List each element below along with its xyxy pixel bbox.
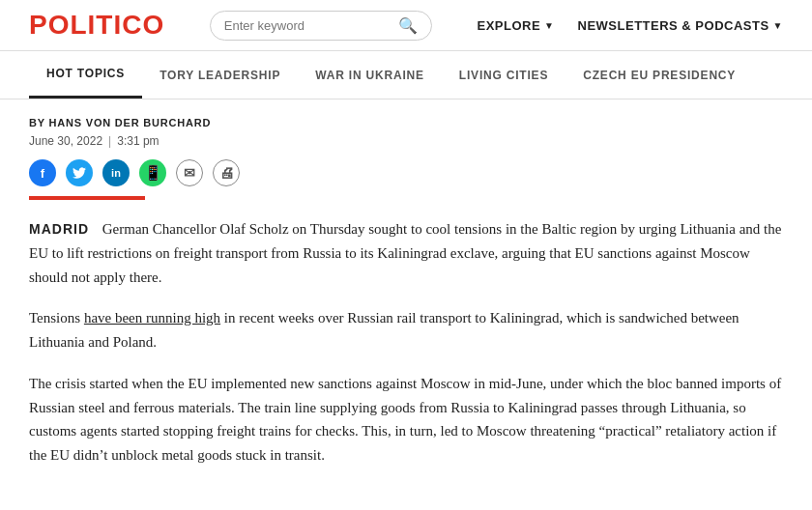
page-header: POLITICO 🔍 EXPLORE ▼ NEWSLETTERS & PODCA… — [0, 0, 812, 51]
topic-war-in-ukraine[interactable]: WAR IN UKRAINE — [298, 53, 442, 98]
paragraph-2-prefix: Tensions — [29, 310, 84, 326]
search-button[interactable]: 🔍 — [398, 16, 418, 35]
search-bar: 🔍 — [210, 11, 432, 41]
facebook-share-button[interactable]: f — [29, 159, 56, 186]
have-been-running-high-link[interactable]: have been running high — [84, 310, 220, 326]
article-date: June 30, 2022 — [29, 134, 102, 148]
print-button[interactable]: 🖨 — [213, 159, 240, 186]
topic-living-cities[interactable]: LIVING CITIES — [442, 53, 566, 98]
article: BY HANS VON DER BURCHARD June 30, 2022 |… — [0, 99, 812, 510]
explore-chevron-icon: ▼ — [544, 20, 554, 31]
article-paragraph-1-text: German Chancellor Olaf Scholz on Thursda… — [29, 221, 781, 285]
twitter-share-button[interactable] — [66, 159, 93, 186]
dateline-separator: | — [108, 134, 111, 148]
email-share-button[interactable]: ✉ — [176, 159, 203, 186]
topic-tory-leadership[interactable]: TORY LEADERSHIP — [142, 53, 298, 98]
article-red-divider — [29, 196, 145, 200]
explore-label: EXPLORE — [477, 18, 540, 33]
explore-nav-item[interactable]: EXPLORE ▼ — [477, 18, 554, 33]
search-input[interactable] — [224, 18, 398, 33]
article-dateline: June 30, 2022 | 3:31 pm — [29, 134, 783, 148]
topics-bar: HOT TOPICS TORY LEADERSHIP WAR IN UKRAIN… — [0, 51, 812, 99]
header-nav: EXPLORE ▼ NEWSLETTERS & PODCASTS ▼ — [477, 18, 783, 33]
article-location-label: MADRID — [29, 221, 89, 237]
newsletters-chevron-icon: ▼ — [773, 20, 783, 31]
topic-czech-eu-presidency[interactable]: CZECH EU PRESIDENCY — [566, 53, 753, 98]
newsletters-nav-item[interactable]: NEWSLETTERS & PODCASTS ▼ — [578, 18, 783, 33]
topic-hot-topics[interactable]: HOT TOPICS — [29, 51, 142, 99]
social-share-row: f in 📱 ✉ 🖨 — [29, 159, 783, 186]
whatsapp-share-button[interactable]: 📱 — [139, 159, 166, 186]
newsletters-label: NEWSLETTERS & PODCASTS — [578, 18, 769, 33]
twitter-icon — [72, 167, 86, 179]
article-paragraph-1: MADRID German Chancellor Olaf Scholz on … — [29, 217, 783, 289]
linkedin-share-button[interactable]: in — [102, 159, 130, 186]
article-paragraph-3: The crisis started when the EU implement… — [29, 372, 783, 468]
article-byline: BY HANS VON DER BURCHARD — [29, 117, 783, 128]
article-paragraph-2: Tensions have been running high in recen… — [29, 306, 783, 354]
article-time: 3:31 pm — [117, 134, 159, 148]
site-logo[interactable]: POLITICO — [29, 10, 164, 41]
article-body: MADRID German Chancellor Olaf Scholz on … — [29, 217, 783, 468]
